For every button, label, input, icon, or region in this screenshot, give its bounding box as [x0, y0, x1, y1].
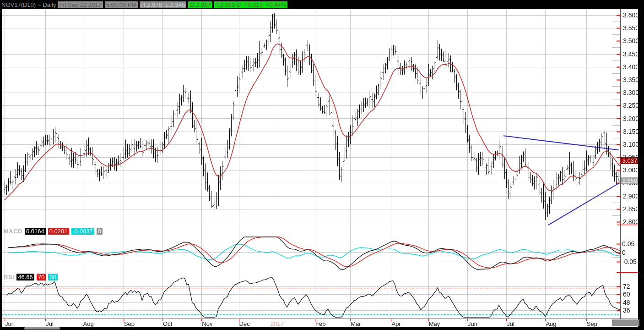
month-label-feb: Feb: [315, 320, 325, 327]
price-tick-label: 3.150: [623, 128, 639, 135]
month-label-jul: Jul: [507, 320, 514, 327]
price-tick-label: 2.900: [623, 192, 639, 200]
month-label-sep: Sep: [124, 320, 135, 327]
last-price-badge: 2.959: [621, 177, 639, 184]
rsi-tick-label: 60: [623, 291, 630, 298]
price-tick-label: 3.250: [623, 102, 639, 109]
macd-tick-label: -0.05: [622, 258, 637, 265]
price-tick-label: 3.200: [623, 115, 639, 122]
rsi-tick-label: 36: [623, 307, 630, 314]
rsi-tick-label: 72: [623, 283, 630, 290]
price-tick-label: 3.000: [623, 166, 639, 174]
rsi-oversold-badge: 30: [48, 274, 57, 280]
bottom-scrollbar-track[interactable]: [0, 327, 644, 330]
chart-canvas[interactable]: [0, 0, 644, 330]
macd-label: MACD: [4, 228, 22, 235]
price-tick-label: 3.100: [623, 141, 639, 148]
right-border-strip: [638, 9, 644, 330]
period-label[interactable]: Daily: [43, 1, 56, 8]
chart-window: NGV17(D10) ~ Daily Fri Sep 22 2017 5:00:…: [0, 0, 644, 330]
scrollbar-thumb[interactable]: [24, 327, 60, 330]
rsi-label: RSI: [4, 274, 14, 280]
ma-price-badge: 3.037: [621, 157, 639, 164]
month-label-apr: Apr: [391, 320, 400, 327]
month-label-nov: Nov: [202, 320, 212, 327]
rsi-tick-label: 48: [623, 299, 630, 306]
month-label-aug: Aug: [546, 320, 556, 327]
price-tick-label: 3.400: [623, 63, 639, 71]
date-badge: Fri Sep 22 2017: [58, 1, 103, 8]
macd-value-badge: 0.0164: [25, 228, 46, 235]
symbol-label[interactable]: NGV17(D10) ~: [1, 1, 41, 8]
month-label-aug: Aug: [83, 320, 94, 327]
price-tick-label: 3.500: [623, 37, 639, 44]
left-border-strip: [0, 9, 2, 330]
time-badge: 5:00:00 PM: [105, 1, 138, 8]
price-tick-label: 2.850: [623, 205, 639, 213]
month-label-jun: Jun: [5, 320, 15, 327]
month-label-oct: Oct: [163, 320, 172, 327]
month-label-dec: Dec: [239, 320, 250, 327]
high-low-badge: H:2.978 L:2.945: [140, 1, 186, 8]
macd-divergence-badge: -0.0037: [71, 228, 94, 235]
month-label-mar: Mar: [351, 320, 361, 327]
price-tick-label: 3.600: [623, 11, 639, 19]
month-label-2017: 2017: [271, 320, 284, 327]
price-tick-label: 3.300: [623, 89, 639, 96]
month-label-jun: Jun: [468, 320, 477, 327]
price-tick-label: 3.350: [623, 76, 639, 83]
price-tick-label: 3.550: [623, 24, 639, 32]
macd-tick-label: 0.05: [622, 240, 634, 248]
macd-signal-badge: 0.0201: [48, 228, 69, 235]
chart-header: NGV17(D10) ~ Daily Fri Sep 22 2017 5:00:…: [0, 0, 644, 9]
last-change-badge: T:2.959 D +0.013 +0.44%: [214, 1, 288, 8]
macd-tick-label: 0: [622, 249, 626, 256]
price-tick-label: 3.450: [623, 50, 639, 58]
rsi-overbought-badge: 70: [37, 274, 46, 280]
resize-grip[interactable]: [612, 319, 639, 326]
month-label-jul: Jul: [46, 320, 54, 327]
rsi-label-row: RSI 46.66 70 30: [4, 274, 58, 280]
month-label-sep: Sep: [587, 320, 597, 327]
price-tick-label: 2.800: [623, 218, 639, 226]
macd-zero-badge: 0: [97, 228, 103, 235]
rsi-value-badge: 46.66: [16, 274, 34, 280]
macd-label-row: MACD 0.0164 0.0201 -0.0037 0: [4, 228, 103, 235]
open-badge: O:2.957: [188, 1, 212, 8]
month-label-may: May: [429, 320, 440, 327]
